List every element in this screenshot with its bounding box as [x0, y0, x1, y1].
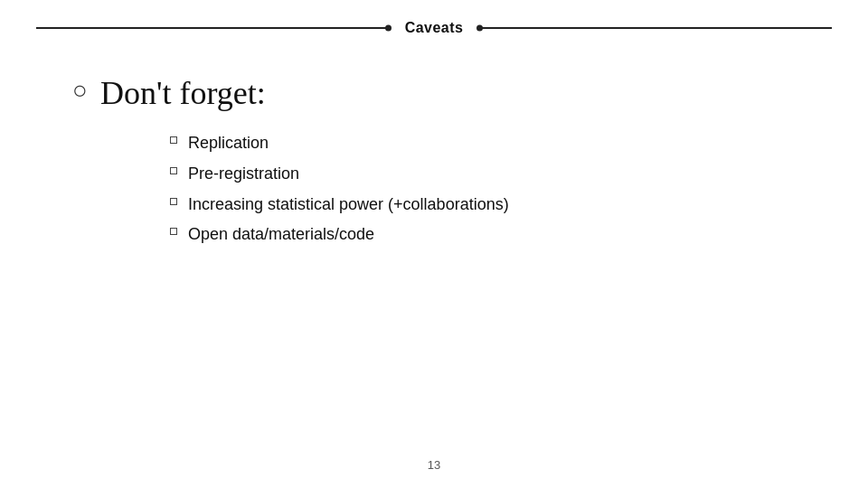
slide: Caveats ○ Don't forget: ReplicationPre-r… [0, 0, 868, 488]
sub-bullet-marker [170, 198, 177, 205]
sub-item-text: Replication [188, 131, 269, 156]
sub-item-text: Increasing statistical power (+collabora… [188, 192, 509, 218]
sub-bullet-marker [170, 228, 177, 235]
sub-bullet-marker [170, 167, 177, 174]
list-item: Increasing statistical power (+collabora… [170, 192, 796, 218]
sub-item-text: Open data/materials/code [188, 222, 374, 248]
sub-bullet-marker [170, 136, 177, 144]
list-item: Pre-registration [170, 162, 796, 187]
main-bullet-item: ○ Don't forget: [72, 72, 796, 115]
header: Caveats [0, 0, 868, 36]
sub-list: ReplicationPre-registrationIncreasing st… [170, 131, 796, 249]
header-line-left [36, 27, 389, 29]
page-number: 13 [428, 458, 440, 472]
main-bullet-text: Don't forget: [100, 72, 266, 115]
list-item: Open data/materials/code [170, 222, 796, 248]
main-bullet-marker: ○ [72, 74, 88, 107]
slide-title: Caveats [405, 20, 464, 36]
slide-content: ○ Don't forget: ReplicationPre-registrat… [0, 36, 868, 488]
header-line-right [479, 27, 832, 29]
sub-item-text: Pre-registration [188, 162, 299, 187]
list-item: Replication [170, 131, 796, 156]
